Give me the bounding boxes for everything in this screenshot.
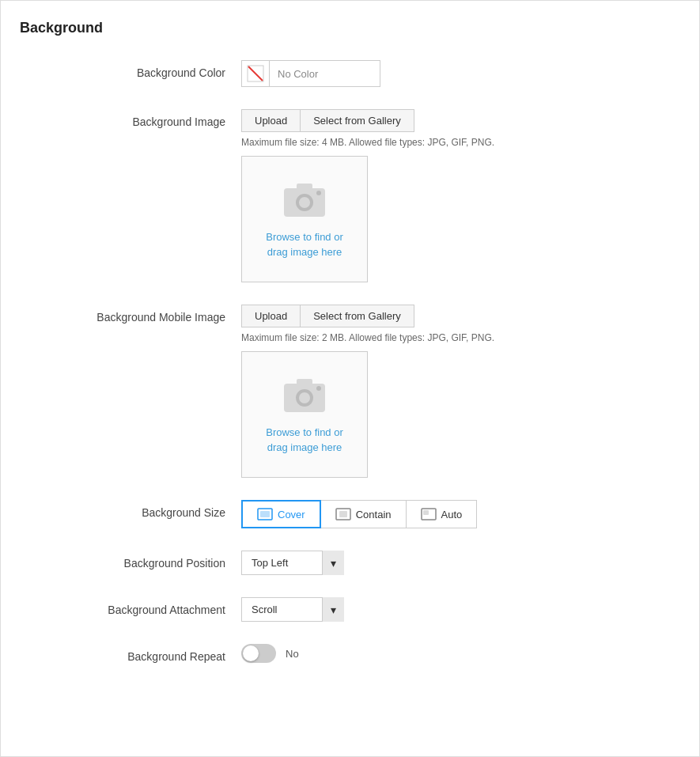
background-image-label: Background Image xyxy=(20,109,241,128)
no-color-icon xyxy=(247,65,264,82)
svg-point-11 xyxy=(316,386,321,391)
background-position-select[interactable]: Top Left Top Center Top Right Center Lef… xyxy=(241,551,344,575)
background-size-cover-btn[interactable]: Cover xyxy=(241,500,321,528)
background-mobile-file-info: Maximum file size: 2 MB. Allowed file ty… xyxy=(241,332,675,343)
svg-point-6 xyxy=(316,191,321,195)
background-repeat-row: Background Repeat No xyxy=(20,644,675,663)
color-swatch[interactable] xyxy=(241,60,270,87)
background-mobile-drop-zone[interactable]: Browse to find or drag image here xyxy=(241,351,368,478)
background-attachment-control: Scroll Fixed Local ▾ xyxy=(241,597,675,622)
background-image-upload-btn[interactable]: Upload xyxy=(241,109,300,132)
background-mobile-row: Background Mobile Image Upload Select fr… xyxy=(20,305,675,478)
background-attachment-select-wrap: Scroll Fixed Local ▾ xyxy=(241,597,344,622)
svg-point-9 xyxy=(299,392,310,403)
background-position-control: Top Left Top Center Top Right Center Lef… xyxy=(241,551,675,575)
background-size-label: Background Size xyxy=(20,500,241,519)
background-color-row: Background Color No Color xyxy=(20,60,675,87)
svg-rect-13 xyxy=(260,511,270,517)
cover-icon xyxy=(257,508,273,520)
auto-icon xyxy=(421,508,437,520)
background-mobile-btn-group: Upload Select from Gallery xyxy=(241,305,675,327)
background-size-auto-btn[interactable]: Auto xyxy=(406,500,478,528)
background-position-row: Background Position Top Left Top Center … xyxy=(20,551,675,575)
svg-rect-5 xyxy=(297,184,312,190)
background-position-label: Background Position xyxy=(20,551,241,570)
background-size-row: Background Size Cover Contain xyxy=(20,500,675,528)
background-repeat-toggle[interactable] xyxy=(241,644,276,663)
background-panel: Background Background Color No Color Bac… xyxy=(0,0,700,757)
color-value-box: No Color xyxy=(270,60,380,87)
background-image-drop-text: Browse to find or drag image here xyxy=(266,229,343,260)
background-mobile-gallery-btn[interactable]: Select from Gallery xyxy=(300,305,414,327)
background-image-gallery-btn[interactable]: Select from Gallery xyxy=(300,109,414,132)
background-color-label: Background Color xyxy=(20,60,241,79)
svg-rect-17 xyxy=(423,510,429,515)
background-repeat-label: Background Repeat xyxy=(20,644,241,663)
background-mobile-upload-btn[interactable]: Upload xyxy=(241,305,300,327)
background-attachment-label: Background Attachment xyxy=(20,597,241,616)
background-mobile-label: Background Mobile Image xyxy=(20,305,241,324)
toggle-knob xyxy=(243,645,259,661)
svg-rect-10 xyxy=(297,379,312,385)
background-repeat-control: No xyxy=(241,644,675,663)
background-size-control: Cover Contain Auto xyxy=(241,500,675,528)
background-repeat-toggle-label: No xyxy=(286,648,299,660)
background-mobile-control: Upload Select from Gallery Maximum file … xyxy=(241,305,675,478)
background-size-contain-btn[interactable]: Contain xyxy=(320,500,407,528)
svg-point-4 xyxy=(299,197,310,208)
background-image-file-info: Maximum file size: 4 MB. Allowed file ty… xyxy=(241,137,675,148)
background-size-btn-group: Cover Contain Auto xyxy=(241,500,675,528)
background-image-control: Upload Select from Gallery Maximum file … xyxy=(241,109,675,282)
camera-icon-mobile xyxy=(282,374,327,414)
background-color-control: No Color xyxy=(241,60,675,87)
background-mobile-drop-text: Browse to find or drag image here xyxy=(266,425,343,456)
background-attachment-select[interactable]: Scroll Fixed Local xyxy=(241,597,344,622)
background-attachment-row: Background Attachment Scroll Fixed Local… xyxy=(20,597,675,622)
contain-icon xyxy=(335,508,351,520)
background-image-btn-group: Upload Select from Gallery xyxy=(241,109,675,132)
background-position-select-wrap: Top Left Top Center Top Right Center Lef… xyxy=(241,551,344,575)
background-image-drop-zone[interactable]: Browse to find or drag image here xyxy=(241,156,368,282)
camera-icon xyxy=(282,179,327,218)
svg-rect-15 xyxy=(339,511,347,517)
background-image-row: Background Image Upload Select from Gall… xyxy=(20,109,675,282)
background-repeat-toggle-row: No xyxy=(241,644,675,663)
panel-title: Background xyxy=(20,20,675,36)
